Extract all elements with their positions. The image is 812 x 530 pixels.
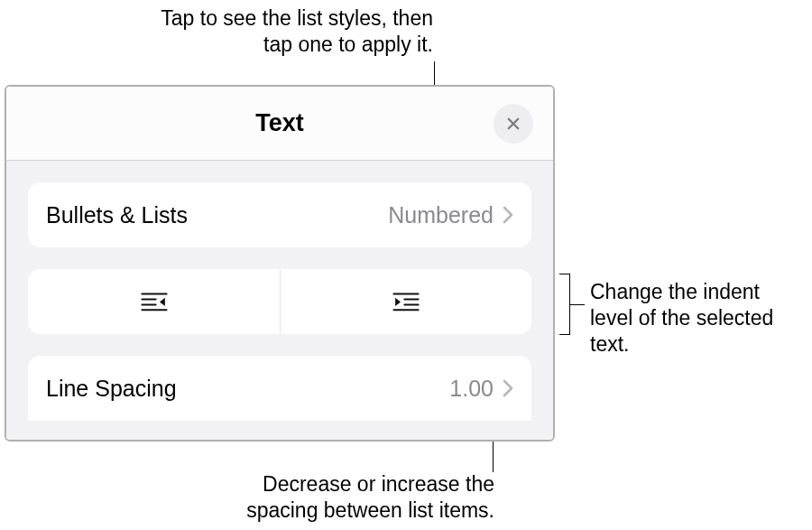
callout-line <box>570 304 585 305</box>
line-spacing-row[interactable]: Line Spacing 1.00 <box>28 356 531 421</box>
indent-controls <box>28 269 531 334</box>
indent-button[interactable] <box>280 269 531 334</box>
panel-body: Bullets & Lists Numbered <box>6 161 553 440</box>
outdent-icon <box>139 291 170 312</box>
callout-line-spacing: Decrease or increase the spacing between… <box>206 471 494 524</box>
panel-title: Text <box>255 109 304 137</box>
callout-indent: Change the indent level of the selected … <box>590 279 807 357</box>
callout-list-styles: Tap to see the list styles, then tap one… <box>135 5 433 58</box>
chevron-right-icon <box>503 206 513 224</box>
close-button[interactable] <box>494 104 533 144</box>
text-format-panel: Text Bullets & Lists Numbered <box>5 85 555 442</box>
outdent-button[interactable] <box>28 269 280 334</box>
close-icon <box>505 116 521 132</box>
bracket <box>559 274 570 335</box>
line-spacing-label: Line Spacing <box>46 376 177 402</box>
indent-icon <box>391 291 421 312</box>
bullets-lists-value: Numbered <box>388 202 494 228</box>
bullets-lists-row[interactable]: Bullets & Lists Numbered <box>28 182 531 247</box>
line-spacing-value: 1.00 <box>449 376 494 402</box>
chevron-right-icon <box>503 379 513 397</box>
bullets-lists-label: Bullets & Lists <box>46 202 188 228</box>
panel-header: Text <box>6 87 553 161</box>
